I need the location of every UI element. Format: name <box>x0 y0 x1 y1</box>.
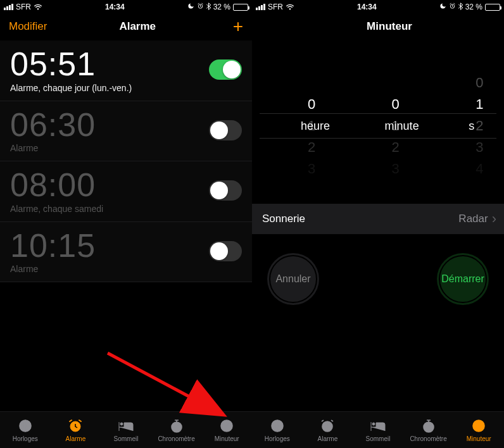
picker-hours[interactable]: 0 1 2 3 heure <box>252 53 336 199</box>
picker-seconds-unit: s <box>469 120 474 133</box>
tab-alarme[interactable]: Alarme <box>303 412 353 448</box>
sound-row[interactable]: Sonnerie Radar › <box>252 204 504 234</box>
alarm-row[interactable]: 06:30 Alarme <box>0 101 252 162</box>
alarm-toggle[interactable] <box>209 180 242 201</box>
alarm-clock-icon <box>319 418 336 434</box>
alarm-label: Alarme, chaque samedi <box>10 204 103 214</box>
timer-screen: SFR 14:34 32 % <box>252 0 504 448</box>
page-title: Alarme <box>119 20 156 33</box>
alarm-time: 10:15 <box>10 228 96 263</box>
alarm-time: 05:51 <box>10 47 132 82</box>
alarm-row[interactable]: 08:00 Alarme, chaque samedi <box>0 161 252 222</box>
carrier-label: SFR <box>268 3 283 11</box>
globe-icon <box>269 418 286 434</box>
tab-sommeil[interactable]: Sommeil <box>101 412 151 448</box>
alarm-clock-icon <box>67 418 84 434</box>
timer-icon <box>470 418 487 434</box>
status-bar: SFR 14:34 32 % <box>0 0 252 13</box>
picker-minutes[interactable]: 0 1 2 3 minute <box>336 53 420 199</box>
chevron-right-icon: › <box>492 211 496 227</box>
add-alarm-button[interactable]: + <box>228 18 243 35</box>
sound-label: Sonnerie <box>262 213 305 225</box>
alarm-status-icon <box>449 3 456 11</box>
page-title: Minuteur <box>367 20 412 33</box>
tab-horloges[interactable]: Horloges <box>252 412 303 448</box>
wifi-icon <box>34 4 42 10</box>
tab-chronometre[interactable]: Chronomètre <box>403 412 454 448</box>
alarm-label: Alarme, chaque jour (lun.-ven.) <box>10 83 132 93</box>
dnd-moon-icon <box>187 3 194 11</box>
bluetooth-icon <box>206 3 211 12</box>
wifi-icon <box>286 4 294 10</box>
tab-bar: Horloges Alarme Sommeil Chronomètre <box>252 411 504 448</box>
battery-icon <box>485 4 500 11</box>
signal-icon <box>4 4 13 10</box>
edit-button[interactable]: Modifier <box>9 20 47 33</box>
battery-pct: 32 % <box>213 3 230 11</box>
picker-hours-unit: heure <box>301 120 330 133</box>
dnd-moon-icon <box>439 3 446 11</box>
picker-seconds[interactable]: 0 1 2 3 4 s <box>420 53 504 199</box>
alarm-label: Alarme <box>10 143 96 153</box>
bed-icon <box>118 418 134 434</box>
tab-minuteur[interactable]: Minuteur <box>453 412 504 448</box>
tab-sommeil[interactable]: Sommeil <box>353 412 403 448</box>
tab-alarme[interactable]: Alarme <box>51 412 101 448</box>
alarm-time: 08:00 <box>10 168 103 202</box>
stopwatch-icon <box>168 418 185 434</box>
bluetooth-icon <box>458 3 463 12</box>
sound-value: Radar <box>458 213 488 225</box>
start-button[interactable]: Démarrer <box>437 253 489 305</box>
alarm-row[interactable]: 05:51 Alarme, chaque jour (lun.-ven.) <box>0 40 252 101</box>
cancel-button[interactable]: Annuler <box>267 253 319 305</box>
tab-horloges[interactable]: Horloges <box>0 412 51 448</box>
status-time: 14:34 <box>357 3 377 11</box>
battery-pct: 32 % <box>465 3 482 11</box>
bed-icon <box>370 418 386 434</box>
alarm-screen: SFR 14:34 32 % <box>0 0 252 448</box>
tab-minuteur[interactable]: Minuteur <box>201 412 252 448</box>
alarm-time: 06:30 <box>10 108 96 142</box>
stopwatch-icon <box>420 418 437 434</box>
duration-picker[interactable]: 0 1 2 3 heure 0 1 2 3 minute <box>252 53 504 199</box>
alarm-label: Alarme <box>10 264 96 274</box>
tab-chronometre[interactable]: Chronomètre <box>151 412 202 448</box>
picker-minutes-unit: minute <box>385 120 419 133</box>
nav-bar: Modifier Alarme + <box>0 13 252 40</box>
globe-icon <box>17 418 34 434</box>
battery-icon <box>233 4 248 11</box>
nav-bar: Minuteur <box>252 13 504 40</box>
alarm-status-icon <box>197 3 204 11</box>
alarm-toggle[interactable] <box>209 241 242 261</box>
status-bar: SFR 14:34 32 % <box>252 0 504 13</box>
signal-icon <box>256 4 265 10</box>
carrier-label: SFR <box>16 3 31 11</box>
alarm-row[interactable]: 10:15 Alarme <box>0 222 252 283</box>
timer-icon <box>218 418 235 434</box>
alarm-toggle[interactable] <box>209 120 242 140</box>
status-time: 14:34 <box>105 3 125 11</box>
alarm-toggle[interactable] <box>209 59 242 80</box>
tab-bar: Horloges Alarme Sommeil Chronomètre <box>0 411 252 448</box>
alarm-list: 05:51 Alarme, chaque jour (lun.-ven.) 06… <box>0 40 252 411</box>
